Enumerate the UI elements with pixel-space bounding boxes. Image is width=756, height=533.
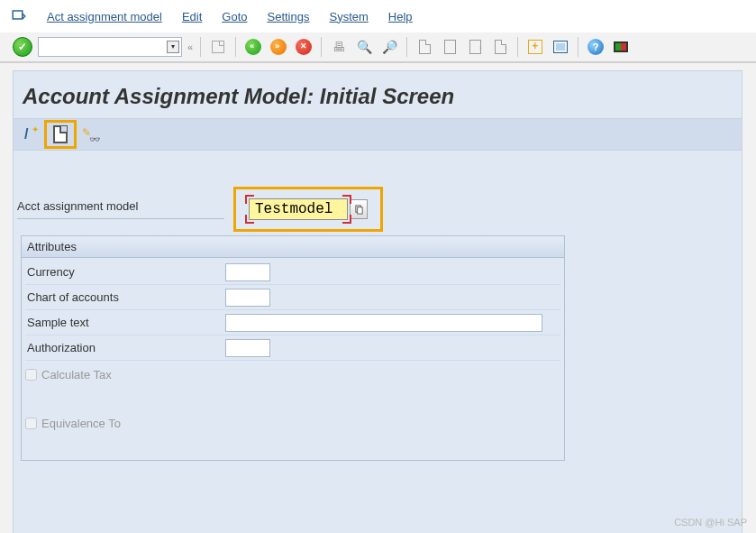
authorization-label: Authorization	[25, 341, 225, 354]
page-title: Account Assignment Model: Initial Screen	[14, 71, 742, 118]
prev-page-icon	[444, 40, 456, 54]
wizard-icon	[23, 126, 39, 142]
f4-help-button[interactable]	[350, 199, 368, 219]
acct-model-label: Acct assignment model	[17, 199, 224, 219]
currency-input[interactable]	[225, 263, 270, 281]
menu-system[interactable]: System	[329, 10, 368, 23]
command-dropdown-icon[interactable]: ▾	[167, 41, 179, 53]
calculate-tax-row: Calculate Tax	[25, 363, 560, 386]
next-page-button[interactable]	[465, 37, 485, 57]
back-button[interactable]: «	[243, 37, 263, 57]
toolbar-separator	[200, 37, 201, 57]
new-session-button[interactable]	[525, 37, 545, 57]
shortcut-icon	[553, 41, 568, 53]
attributes-group: Attributes Currency Chart of accounts Sa…	[21, 235, 565, 461]
authorization-input[interactable]	[225, 339, 270, 357]
find-next-button[interactable]: 🔎	[379, 37, 399, 57]
command-field[interactable]: ▾	[38, 37, 182, 57]
system-menu-icon[interactable]	[11, 8, 27, 24]
authorization-row: Authorization	[25, 335, 560, 361]
find-next-icon: 🔎	[382, 40, 397, 54]
create-button[interactable]	[50, 124, 70, 144]
exit-button[interactable]: »	[269, 37, 288, 57]
menu-act-assignment-model[interactable]: Act assignment model	[47, 10, 162, 23]
cancel-button[interactable]: ✕	[294, 37, 314, 57]
change-button[interactable]	[80, 124, 100, 144]
chart-of-accounts-label: Chart of accounts	[25, 290, 225, 304]
main-fields: Acct assignment model Attributes Currenc…	[14, 151, 742, 470]
enter-button[interactable]	[13, 37, 32, 57]
acct-model-highlight	[233, 187, 383, 232]
menu-help[interactable]: Help	[388, 10, 413, 23]
sample-text-row: Sample text	[25, 310, 560, 335]
change-icon	[82, 126, 98, 142]
wizard-button[interactable]	[21, 124, 41, 144]
print-button[interactable]: 🖶	[329, 37, 349, 57]
content-area: Account Assignment Model: Initial Screen…	[13, 70, 742, 533]
collapse-toolbar-icon[interactable]: «	[187, 41, 193, 52]
toolbar-separator	[406, 37, 407, 57]
first-page-button[interactable]	[414, 37, 434, 57]
toolbar-separator	[321, 37, 322, 57]
save-icon	[212, 41, 224, 53]
help-icon: ?	[587, 39, 604, 55]
acct-model-row: Acct assignment model	[17, 196, 738, 223]
cancel-icon: ✕	[296, 39, 312, 55]
toolbar-separator	[235, 37, 236, 57]
f4-help-icon	[354, 205, 364, 215]
next-page-icon	[469, 40, 481, 54]
standard-toolbar: ▾ « « » ✕ 🖶 🔍 🔎 ?	[0, 32, 756, 63]
chart-of-accounts-row: Chart of accounts	[25, 285, 560, 310]
first-page-icon	[419, 40, 431, 54]
layout-button[interactable]	[611, 37, 631, 57]
calculate-tax-checkbox[interactable]	[25, 369, 37, 381]
equivalence-label: Equivalence To	[41, 417, 121, 430]
toolbar-separator	[517, 37, 518, 57]
menu-goto[interactable]: Goto	[222, 10, 247, 23]
equivalence-checkbox[interactable]	[25, 418, 37, 429]
sample-text-input[interactable]	[225, 314, 542, 332]
new-session-icon	[528, 40, 542, 54]
last-page-icon	[495, 40, 506, 54]
currency-label: Currency	[25, 265, 225, 279]
exit-icon: »	[270, 39, 287, 55]
menu-edit[interactable]: Edit	[182, 10, 202, 23]
equivalence-row: Equivalence To	[25, 411, 560, 435]
chart-of-accounts-input[interactable]	[225, 289, 270, 307]
layout-icon	[614, 41, 628, 52]
save-button[interactable]	[208, 37, 228, 57]
back-icon: «	[245, 39, 261, 55]
print-icon: 🖶	[332, 40, 345, 54]
attributes-title: Attributes	[22, 236, 564, 258]
create-highlight	[44, 120, 77, 149]
svg-rect-1	[357, 207, 362, 213]
calculate-tax-label: Calculate Tax	[41, 368, 112, 381]
help-button[interactable]: ?	[586, 37, 606, 57]
find-icon: 🔍	[357, 40, 372, 54]
toolbar-separator	[578, 37, 578, 57]
watermark: CSDN @Hi SAP	[674, 517, 747, 528]
menu-settings[interactable]: Settings	[268, 10, 310, 23]
currency-row: Currency	[25, 260, 560, 285]
last-page-button[interactable]	[490, 37, 510, 57]
create-icon	[53, 125, 68, 143]
acct-model-input[interactable]	[249, 198, 348, 220]
application-toolbar	[14, 118, 742, 151]
find-button[interactable]: 🔍	[354, 37, 374, 57]
prev-page-button[interactable]	[440, 37, 460, 57]
menu-bar: Act assignment model Edit Goto Settings …	[0, 0, 756, 32]
shortcut-button[interactable]	[551, 37, 570, 57]
sample-text-label: Sample text	[25, 316, 225, 329]
